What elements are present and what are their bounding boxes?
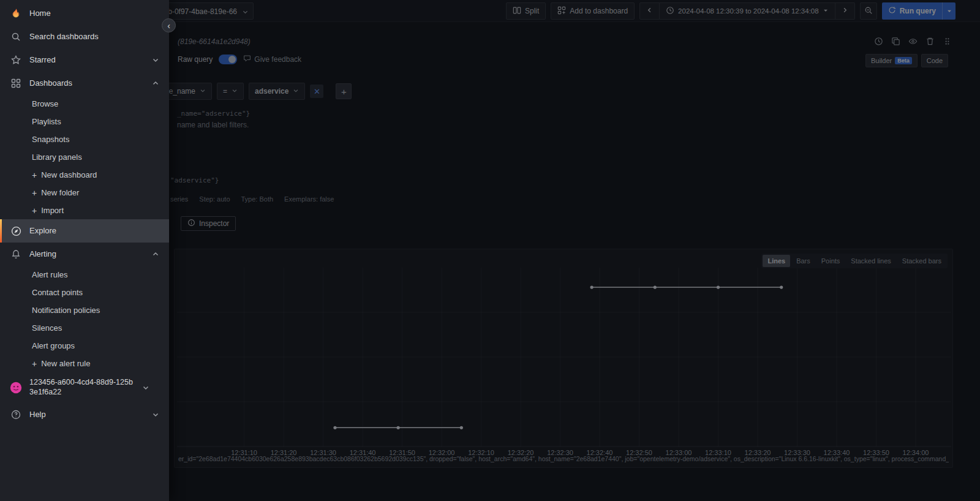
query-options-summary[interactable]: series Step: auto Type: Both Exemplars: … xyxy=(170,195,334,203)
drag-handle-icon xyxy=(943,37,952,48)
sidebar-subitem-snapshots[interactable]: Snapshots xyxy=(0,130,169,148)
chevron-down-icon xyxy=(152,56,159,64)
sidebar-nav: HomeSearch dashboardsStarredDashboardsBr… xyxy=(0,2,169,426)
avatar-icon xyxy=(10,382,22,394)
label-value-value: adservice xyxy=(255,87,288,96)
split-label: Split xyxy=(525,7,539,15)
run-query-dropdown-button[interactable] xyxy=(942,2,956,20)
chevron-up-icon xyxy=(152,250,159,258)
compass-icon xyxy=(10,225,22,237)
inspector-button[interactable]: Inspector xyxy=(181,216,236,231)
chevron-down-icon xyxy=(200,87,206,96)
time-forward-button[interactable] xyxy=(835,2,855,20)
split-button[interactable]: Split xyxy=(506,2,546,20)
plus-icon: + xyxy=(32,171,37,179)
sidebar-subitem-new-alert-rule[interactable]: +New alert rule xyxy=(0,355,169,372)
time-range-button[interactable]: 2024-04-08 12:30:39 to 2024-04-08 12:34:… xyxy=(660,2,835,20)
sidebar-item-label: Alerting xyxy=(29,249,145,259)
add-filter-button[interactable]: + xyxy=(336,83,352,99)
sidebar-subitem-label: Alert rules xyxy=(32,270,68,279)
clock-icon xyxy=(666,6,674,17)
remove-query-button[interactable] xyxy=(925,37,935,48)
sidebar-subitem-browse[interactable]: Browse xyxy=(0,95,169,113)
copy-button[interactable] xyxy=(891,37,900,48)
time-range-label: 2024-04-08 12:30:39 to 2024-04-08 12:34:… xyxy=(678,7,819,15)
sidebar-subitem-label: Browse xyxy=(32,99,58,108)
drag-handle[interactable] xyxy=(943,37,952,48)
sidebar-subitem-import[interactable]: +Import xyxy=(0,202,169,219)
run-query-group: Run query xyxy=(882,2,956,20)
sidebar-item-help[interactable]: Help xyxy=(0,403,169,426)
sidebar-item-dashboards[interactable]: Dashboards xyxy=(0,72,169,95)
plus-icon: + xyxy=(341,86,347,97)
sidebar-item-starred[interactable]: Starred xyxy=(0,48,169,72)
collapse-menu-button[interactable]: ‹ xyxy=(162,18,176,32)
copy-icon xyxy=(891,37,900,48)
sidebar-subitem-label: Playlists xyxy=(32,117,61,126)
apps-icon xyxy=(10,77,22,89)
sidebar-subitem-alert-rules[interactable]: Alert rules xyxy=(0,266,169,284)
options-exemplars: Exemplars: false xyxy=(284,195,334,203)
sidebar-subitem-playlists[interactable]: Playlists xyxy=(0,113,169,130)
close-icon: ✕ xyxy=(314,87,320,96)
timeseries-svg[interactable]: 12:31:1012:31:2012:31:3012:31:4012:31:50… xyxy=(177,265,951,459)
builder-label: Builder xyxy=(871,57,892,64)
sidebar-item-label: Help xyxy=(29,410,145,420)
trash-icon xyxy=(925,37,935,48)
label-operator-value: = xyxy=(223,87,227,96)
sidebar-subitem-label: Silences xyxy=(32,323,62,333)
series-legend[interactable]: er_id="2e68ad1e74404cb6030e626a258e893ba… xyxy=(178,455,949,464)
code-mode-button[interactable]: Code xyxy=(921,54,948,67)
sidebar-subitem-silences[interactable]: Silences xyxy=(0,319,169,337)
hide-response-button[interactable] xyxy=(908,37,918,48)
graph-mode-stacked-lines[interactable]: Stacked lines xyxy=(846,255,895,267)
graph-mode-lines[interactable]: Lines xyxy=(763,255,790,267)
topbar-actions: Split Add to dashboard 2024-04-08 12:30:… xyxy=(506,2,956,20)
label-operator-select[interactable]: = xyxy=(217,83,244,100)
sidebar-item-search[interactable]: Search dashboards xyxy=(0,25,169,48)
sidebar-subitem-notification-policies[interactable]: Notification policies xyxy=(0,301,169,319)
graph-mode-bars[interactable]: Bars xyxy=(791,255,815,267)
graph-mode-points[interactable]: Points xyxy=(816,255,845,267)
sidebar-subitem-library-panels[interactable]: Library panels xyxy=(0,148,169,166)
sidebar-subitem-label: Library panels xyxy=(32,153,82,162)
give-feedback-label: Give feedback xyxy=(254,55,301,64)
add-to-dashboard-button[interactable]: Add to dashboard xyxy=(551,2,635,20)
sidebar-subitem-new-dashboard[interactable]: +New dashboard xyxy=(0,166,169,184)
time-picker: 2024-04-08 12:30:39 to 2024-04-08 12:34:… xyxy=(639,2,855,20)
zoom-out-button[interactable] xyxy=(860,2,877,20)
options-type: Type: Both xyxy=(241,195,274,203)
sidebar-item-org[interactable]: 123456-a600-4cd4-88d9-125b3e1f6a22 xyxy=(0,372,169,403)
builder-mode-button[interactable]: Builder Beta xyxy=(865,54,918,67)
history-button[interactable] xyxy=(874,37,883,48)
sidebar-subitem-label: Import xyxy=(41,206,64,215)
chevron-down-icon xyxy=(152,411,159,418)
sidebar-subitem-label: New dashboard xyxy=(41,170,97,179)
run-query-label: Run query xyxy=(900,7,936,15)
chevron-down-icon xyxy=(242,8,249,17)
metrics-hint-text: name and label filters. xyxy=(177,121,249,129)
query-panel-title: (819e-6614a1e2d948) xyxy=(178,37,251,46)
remove-filter-button[interactable]: ✕ xyxy=(310,85,323,98)
sidebar-subitem-contact-points[interactable]: Contact points xyxy=(0,284,169,301)
sidebar-item-home[interactable]: Home xyxy=(0,2,169,25)
time-back-button[interactable] xyxy=(639,2,660,20)
sidebar-item-label: 123456-a600-4cd4-88d9-125b3e1f6a22 xyxy=(29,378,135,397)
run-query-button[interactable]: Run query xyxy=(882,2,942,20)
sidebar-item-explore[interactable]: Explore xyxy=(0,219,169,243)
sidebar-subitem-new-folder[interactable]: +New folder xyxy=(0,184,169,202)
help-icon xyxy=(10,409,22,421)
chevron-up-icon xyxy=(152,80,159,87)
eye-icon xyxy=(908,37,918,48)
code-label: Code xyxy=(927,57,943,64)
plus-icon: + xyxy=(32,360,37,368)
sidebar-subitem-alert-groups[interactable]: Alert groups xyxy=(0,337,169,355)
graph-mode-stacked-bars[interactable]: Stacked bars xyxy=(897,255,946,267)
chevron-down-icon xyxy=(232,87,238,96)
sidebar-item-alerting[interactable]: Alerting xyxy=(0,243,169,266)
give-feedback-link[interactable]: Give feedback xyxy=(243,55,301,64)
raw-query-toggle[interactable] xyxy=(219,55,237,64)
split-icon xyxy=(513,6,521,17)
label-value-select[interactable]: adservice xyxy=(249,83,305,100)
search-icon xyxy=(10,31,22,43)
